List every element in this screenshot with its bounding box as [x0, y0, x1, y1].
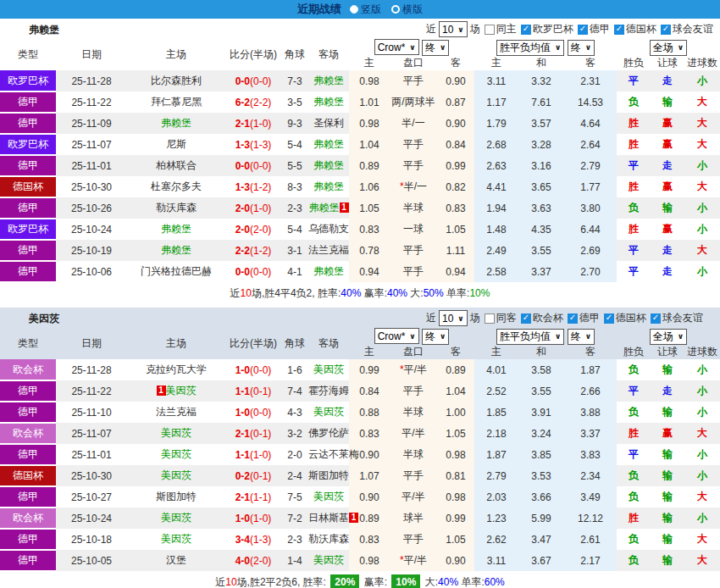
- league-filter[interactable]: 球会友谊: [661, 22, 713, 36]
- header-dropdown[interactable]: 终∨: [568, 40, 595, 56]
- corner-cell: 5-5: [281, 155, 308, 176]
- handicap-result-cell: 走: [651, 155, 684, 176]
- goals-result-cell: 小: [684, 359, 720, 380]
- match-row: 德甲25-10-27斯图加特2-1(1-1)7-5美因茨0.90平/半0.982…: [0, 486, 720, 508]
- competition-type-cell: 德国杯: [0, 465, 56, 486]
- layout-option-0[interactable]: 竖版: [350, 3, 381, 17]
- header-dropdown-value: 全场: [653, 41, 673, 55]
- handicap-value: 平/半: [402, 491, 424, 502]
- corner-cell: 2-3: [281, 529, 308, 550]
- home-odds-cell: 0.88: [349, 402, 390, 423]
- section-header: 美因茨近10∨场同客欧会杯德甲德国杯球会友谊: [0, 308, 720, 328]
- titlebar: 近期战绩 竖版横版: [0, 0, 720, 19]
- avg-lose-cell: 2.66: [564, 380, 617, 402]
- avg-lose-cell: 1.87: [564, 359, 617, 380]
- column-header: 主场: [127, 39, 225, 70]
- corner-cell: 3-2: [281, 423, 308, 444]
- away-team-cell: 法兰克福: [308, 240, 349, 261]
- handicap-value: 平手: [403, 138, 424, 150]
- header-dropdown[interactable]: 全场∨: [650, 40, 687, 56]
- results-table: 类型日期主场比分(半场)角球客场Crow*∨ 终∨ 胜平负均值∨ 终∨ 全场∨ …: [0, 328, 720, 572]
- chevron-down-icon: ∨: [555, 43, 561, 52]
- avg-draw-cell: 3.91: [518, 402, 564, 423]
- handicap-cell: 平手: [390, 380, 437, 402]
- home-team-cell: 斯图加特: [127, 486, 225, 508]
- home-odds-cell: 0.90: [349, 486, 390, 508]
- match-date-cell: 25-10-06: [56, 261, 127, 282]
- match-date-cell: 25-10-19: [56, 240, 127, 261]
- halftime-score: (0-0): [250, 407, 271, 419]
- away-team-cell: 乌德勒支: [308, 219, 349, 240]
- league-filter[interactable]: 球会友谊: [651, 311, 703, 325]
- corner-cell: 1-4: [281, 550, 308, 571]
- fulltime-score: 0-0: [235, 160, 250, 172]
- column-header: 类型: [0, 39, 56, 70]
- handicap-cell: *平/半: [390, 550, 437, 571]
- match-count-select[interactable]: 10∨: [439, 21, 468, 37]
- handicap-result-cell: 走: [651, 70, 684, 92]
- checkbox-checked-icon[interactable]: [521, 25, 531, 35]
- match-count-select[interactable]: 10∨: [439, 310, 468, 326]
- away-team-cell: 弗赖堡: [308, 176, 349, 197]
- handicap-value: 两/两球半: [391, 96, 435, 108]
- header-dropdown[interactable]: 终∨: [568, 329, 595, 345]
- score-cell: 2-2(1-2): [225, 240, 281, 261]
- header-dropdown[interactable]: Crow*∨: [374, 328, 419, 344]
- checkbox-checked-icon[interactable]: [614, 25, 624, 35]
- away-team-cell: 弗赖堡1: [308, 197, 349, 219]
- header-dropdown[interactable]: 全场∨: [650, 329, 687, 345]
- checkbox-checked-icon[interactable]: [568, 313, 578, 324]
- halftime-score: (1-0): [250, 202, 271, 214]
- same-venue-filter[interactable]: 同客: [485, 311, 517, 325]
- filter-near-label: 近: [426, 22, 436, 36]
- column-header: 日期: [56, 39, 127, 70]
- away-team-cell: 圣保利: [308, 113, 349, 134]
- match-row: 德甲25-10-06门兴格拉德巴赫0-0(0-0)4-1弗赖堡0.94平手0.9…: [0, 261, 720, 282]
- checkbox-icon[interactable]: [485, 313, 495, 324]
- league-filter[interactable]: 欧会杯: [521, 311, 563, 325]
- header-dropdown[interactable]: 终∨: [422, 329, 449, 345]
- avg-draw-cell: 3.47: [518, 529, 564, 550]
- same-venue-filter[interactable]: 同主: [485, 22, 517, 36]
- avg-win-cell: 2.68: [474, 134, 518, 155]
- avg-win-cell: 1.94: [474, 197, 518, 219]
- header-dropdown-value: 终: [425, 41, 435, 55]
- column-header: 主场: [127, 328, 225, 359]
- league-filter[interactable]: 德国杯: [604, 311, 646, 325]
- header-dropdown[interactable]: 胜平负均值∨: [496, 329, 564, 345]
- header-dropdown-value: 全场: [653, 330, 673, 344]
- home-team-cell: 1美因茨: [127, 380, 225, 402]
- handicap-cell: 半球: [390, 197, 437, 219]
- competition-type-cell: 德甲: [0, 155, 56, 176]
- layout-option-1[interactable]: 横版: [391, 3, 423, 17]
- home-odds-cell: 1.05: [349, 197, 390, 219]
- checkbox-icon[interactable]: [485, 25, 495, 35]
- result-cell: 平: [617, 444, 651, 465]
- checkbox-checked-icon[interactable]: [651, 313, 661, 324]
- radio-icon[interactable]: [350, 5, 358, 14]
- away-team-name: 弗赖堡: [309, 202, 340, 214]
- league-filter[interactable]: 德甲: [578, 22, 610, 36]
- away-odds-cell: 0.82: [437, 176, 474, 197]
- header-dropdown[interactable]: 终∨: [422, 40, 449, 56]
- header-dropdown[interactable]: Crow*∨: [374, 39, 419, 55]
- header-dropdown[interactable]: 胜平负均值∨: [496, 40, 564, 56]
- league-filter[interactable]: 欧罗巴杯: [521, 22, 573, 36]
- match-date-cell: 25-11-22: [56, 92, 127, 113]
- column-header: 角球: [281, 39, 308, 70]
- column-header: 类型: [0, 328, 56, 359]
- avg-win-cell: 4.41: [474, 176, 518, 197]
- checkbox-checked-icon[interactable]: [521, 313, 531, 324]
- handicap-value: 平手: [403, 244, 424, 256]
- avg-draw-cell: 3.66: [518, 486, 564, 508]
- checkbox-checked-icon[interactable]: [604, 313, 614, 324]
- summary-segment: 赢率:: [361, 287, 387, 299]
- radio-icon[interactable]: [391, 5, 400, 14]
- checkbox-checked-icon[interactable]: [578, 25, 588, 35]
- match-date-cell: 25-10-24: [56, 219, 127, 240]
- checkbox-checked-icon[interactable]: [661, 25, 671, 35]
- header-dropdown-value: 终: [571, 41, 581, 55]
- league-filter[interactable]: 德国杯: [614, 22, 656, 36]
- avg-win-cell: 1.23: [474, 508, 518, 529]
- league-filter[interactable]: 德甲: [568, 311, 600, 325]
